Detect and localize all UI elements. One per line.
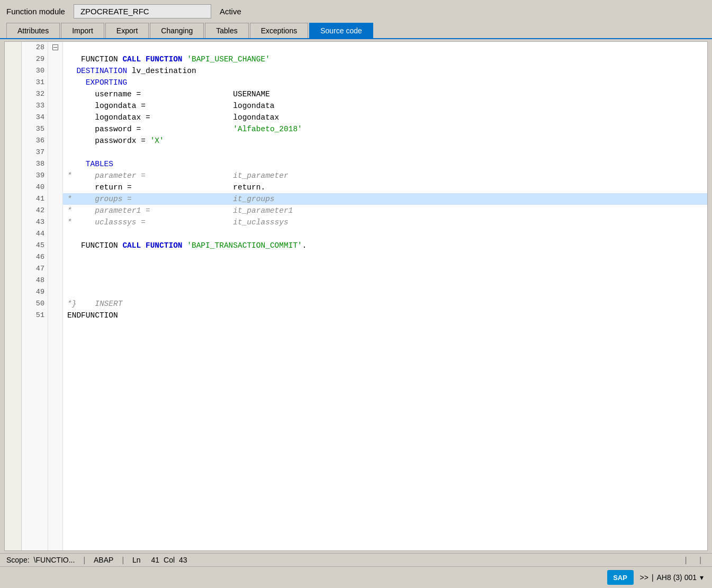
- code-line-34: logondatax = logondatax: [63, 112, 707, 123]
- line-number-45: 45: [22, 240, 44, 251]
- line-number-40: 40: [22, 182, 44, 193]
- gutter-symbol-41: [48, 42, 62, 53]
- tab-attributes[interactable]: Attributes: [6, 23, 60, 38]
- line-number-33: 33: [22, 100, 44, 112]
- line-number-46: 46: [22, 251, 44, 263]
- code-lines[interactable]: FUNCTION CALL FUNCTION 'BAPI_USER_CHANGE…: [63, 42, 707, 550]
- code-line-50: *} INSERT: [63, 298, 707, 310]
- line-number-51: 51: [22, 310, 44, 321]
- expand-arrows: >>: [640, 573, 648, 582]
- separator: |: [652, 573, 654, 582]
- header-bar: Function module Active: [0, 0, 712, 23]
- code-line-28: [63, 42, 707, 53]
- sap-session-info: >> | AH8 (3) 001 ▾: [640, 573, 704, 582]
- code-line-43: * uclasssys = it_uclasssys: [63, 216, 707, 228]
- line-number-47: 47: [22, 263, 44, 275]
- status-sep3: |: [685, 556, 687, 564]
- language-label: ABAP: [94, 556, 113, 564]
- line-number-38: 38: [22, 158, 44, 170]
- code-line-46: [63, 251, 707, 263]
- code-container: 2829303132333435363738394041424344454647…: [5, 42, 707, 550]
- line-number-37: 37: [22, 147, 44, 158]
- line-number-44: 44: [22, 228, 44, 240]
- line-numbers: 2829303132333435363738394041424344454647…: [22, 42, 48, 550]
- main-window: Function module Active Attributes Import…: [0, 0, 712, 588]
- code-line-40: return = return.: [63, 182, 707, 193]
- ln-value: [145, 556, 147, 564]
- status-bar: Scope: \FUNCTIO... | ABAP | Ln 41 Col 43…: [0, 553, 712, 566]
- separator1: |: [83, 556, 85, 564]
- code-line-33: logondata = logondata: [63, 100, 707, 112]
- line-num: 41: [151, 556, 159, 564]
- code-line-29: FUNCTION CALL FUNCTION 'BAPI_USER_CHANGE…: [63, 53, 707, 65]
- function-module-input[interactable]: [74, 4, 211, 19]
- gutter-symbols: [48, 42, 63, 550]
- line-number-28: 28: [22, 42, 44, 53]
- code-line-47: [63, 263, 707, 275]
- code-line-37: [63, 147, 707, 158]
- function-module-label: Function module: [6, 7, 65, 16]
- session-text: AH8 (3) 001: [657, 573, 697, 582]
- dropdown-arrow[interactable]: ▾: [700, 573, 704, 582]
- scope-value: \FUNCTIO...: [34, 556, 75, 564]
- line-number-29: 29: [22, 53, 44, 65]
- tab-exceptions[interactable]: Exceptions: [250, 23, 308, 38]
- tab-changing[interactable]: Changing: [150, 23, 204, 38]
- code-line-48: [63, 275, 707, 286]
- tab-bar: Attributes Import Export Changing Tables…: [0, 23, 712, 38]
- line-number-42: 42: [22, 205, 44, 216]
- line-number-41: 41: [22, 193, 44, 205]
- scope-label: Scope:: [6, 556, 30, 564]
- sap-logo: SAP: [607, 570, 634, 585]
- line-number-48: 48: [22, 275, 44, 286]
- status-sep4: |: [699, 556, 701, 564]
- col-num: 43: [179, 556, 187, 564]
- editor-area[interactable]: 2829303132333435363738394041424344454647…: [4, 41, 708, 551]
- active-label: Active: [220, 7, 241, 16]
- code-line-35: password = 'Alfabeto_2018': [63, 123, 707, 135]
- tab-import[interactable]: Import: [61, 23, 104, 38]
- code-line-31: EXPORTING: [63, 77, 707, 88]
- col-label: Col: [164, 556, 175, 564]
- line-number-43: 43: [22, 216, 44, 228]
- line-number-50: 50: [22, 298, 44, 310]
- code-line-38: TABLES: [63, 158, 707, 170]
- code-line-42: * parameter1 = it_parameter1: [63, 205, 707, 216]
- gutter-left: [5, 42, 22, 550]
- tab-separator: [0, 38, 712, 39]
- code-line-36: passwordx = 'X': [63, 135, 707, 147]
- line-number-31: 31: [22, 77, 44, 88]
- code-line-39: * parameter = it_parameter: [63, 170, 707, 182]
- line-number-39: 39: [22, 170, 44, 182]
- ln-label: Ln: [132, 556, 141, 564]
- line-number-30: 30: [22, 65, 44, 77]
- line-number-49: 49: [22, 286, 44, 298]
- code-line-49: [63, 286, 707, 298]
- code-line-45: FUNCTION CALL FUNCTION 'BAPI_TRANSACTION…: [63, 240, 707, 251]
- line-number-35: 35: [22, 123, 44, 135]
- sap-bar: SAP >> | AH8 (3) 001 ▾: [0, 566, 712, 588]
- separator2: |: [122, 556, 124, 564]
- code-line-41: * groups = it_groups: [63, 193, 707, 205]
- tab-source-code[interactable]: Source code: [309, 23, 373, 38]
- line-number-36: 36: [22, 135, 44, 147]
- line-number-32: 32: [22, 88, 44, 100]
- line-number-34: 34: [22, 112, 44, 123]
- tab-export[interactable]: Export: [105, 23, 149, 38]
- code-line-44: [63, 228, 707, 240]
- code-line-32: username = USERNAME: [63, 88, 707, 100]
- tab-tables[interactable]: Tables: [205, 23, 248, 38]
- code-line-30: DESTINATION lv_destination: [63, 65, 707, 77]
- code-line-51: ENDFUNCTION: [63, 310, 707, 321]
